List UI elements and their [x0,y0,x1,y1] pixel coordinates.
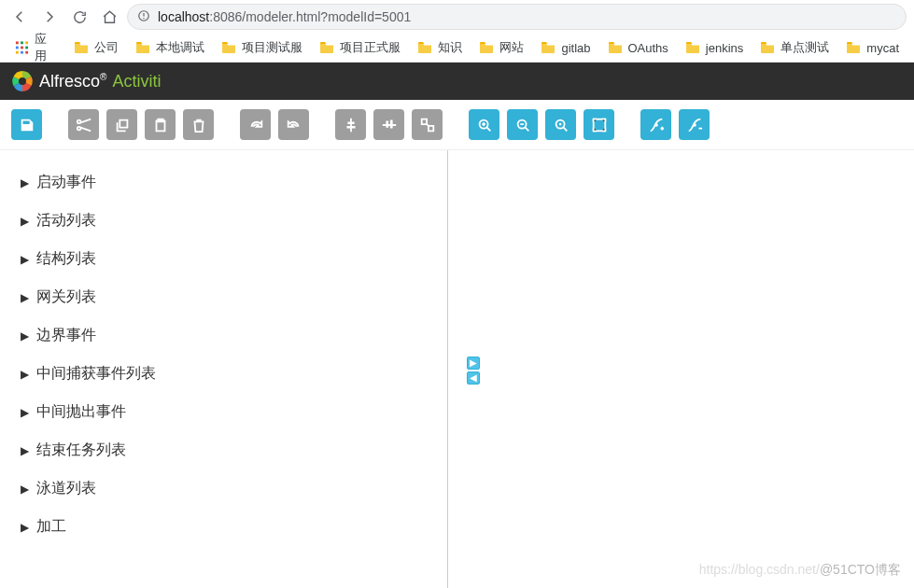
svg-rect-11 [25,51,28,54]
zoom-reset-button[interactable] [545,109,576,140]
caret-right-icon: ▶ [21,329,29,343]
back-button[interactable] [7,5,32,29]
caret-right-icon: ▶ [21,368,29,381]
bookmark-item-9[interactable]: 单点测试 [760,39,829,56]
scissors-icon [76,117,92,133]
samesize-icon [419,117,436,133]
bookmark-label: OAuths [628,41,668,55]
zoom-out-button[interactable] [507,109,538,140]
bookmark-item-4[interactable]: 知识 [417,39,462,56]
palette-group-2[interactable]: ▶结构列表 [0,240,447,278]
trash-icon [190,117,207,133]
bendadd-icon [648,117,665,133]
caret-right-icon: ▶ [21,483,29,496]
palette-group-label: 网关列表 [36,287,96,307]
canvas-prev-icon[interactable]: ◀ [467,371,480,385]
same-size-button[interactable] [412,109,443,140]
caret-right-icon: ▶ [21,291,29,304]
editor-toolbar [0,100,914,150]
bookmark-label: 知识 [438,39,462,56]
folder-icon [319,41,334,54]
app-header: Alfresco® Activiti [0,63,914,100]
alfresco-text: Alfresco® [39,72,106,91]
undo-button[interactable] [278,109,309,140]
canvas-next-icon[interactable]: ▶ [467,357,480,370]
bookmark-item-1[interactable]: 本地调试 [135,39,204,56]
bookmark-item-6[interactable]: gitlab [541,39,590,56]
add-bendpoint-button[interactable] [640,109,671,140]
palette-group-6[interactable]: ▶中间抛出事件 [0,393,447,431]
forward-button[interactable] [37,5,62,29]
folder-icon [846,41,861,54]
apps-label: 应用 [35,31,57,64]
save-button[interactable] [11,109,42,140]
address-bar[interactable]: localhost:8086/modeler.html?modelId=5001 [127,4,907,30]
palette-group-label: 中间捕获事件列表 [36,364,156,384]
shape-palette: ▶启动事件▶活动列表▶结构列表▶网关列表▶边界事件▶中间捕获事件列表▶中间抛出事… [0,150,448,588]
watermark-text: https://blog.csdn.net/@51CTO博客 [699,562,901,579]
align-horizontal-button[interactable] [373,109,404,140]
palette-group-label: 结束任务列表 [36,441,126,460]
palette-group-1[interactable]: ▶活动列表 [0,202,447,240]
svg-point-17 [558,122,561,125]
cut-button[interactable] [68,109,99,140]
bookmark-label: gitlab [561,41,590,55]
palette-group-label: 结构列表 [36,249,96,269]
zoom-in-button[interactable] [469,109,499,140]
svg-point-13 [19,77,26,85]
palette-group-8[interactable]: ▶泳道列表 [0,469,447,508]
zoom-fit-button[interactable] [584,109,614,140]
alignv-icon [343,117,359,133]
bookmarks-bar: 应用 公司本地调试项目测试服项目正式服知识网站gitlabOAuthsjenki… [0,34,914,62]
paste-icon [152,117,169,133]
url-text: localhost:8086/modeler.html?modelId=5001 [158,9,411,24]
palette-group-4[interactable]: ▶边界事件 [0,316,447,355]
home-button[interactable] [97,5,121,29]
zoomfit-icon [591,117,608,133]
redo-icon [247,117,264,133]
copy-button[interactable] [106,109,137,140]
palette-group-3[interactable]: ▶网关列表 [0,278,447,316]
redo-button[interactable] [240,109,271,140]
paste-button[interactable] [145,109,176,140]
palette-group-label: 启动事件 [36,173,96,192]
folder-icon [221,41,236,54]
alfresco-logo[interactable]: Alfresco® Activiti [11,70,161,92]
browser-chrome: localhost:8086/modeler.html?modelId=5001… [0,0,914,63]
bookmark-item-7[interactable]: OAuths [608,39,668,56]
svg-rect-3 [16,41,19,44]
folder-icon [608,41,623,54]
bendremove-icon [686,117,703,133]
copy-icon [114,117,131,133]
bookmark-item-10[interactable]: mycat [846,39,899,56]
svg-rect-9 [16,51,19,54]
svg-rect-8 [25,47,28,49]
delete-button[interactable] [183,109,214,140]
caret-right-icon: ▶ [21,253,29,266]
palette-group-label: 中间抛出事件 [36,402,126,422]
bookmark-item-0[interactable]: 公司 [74,39,119,56]
palette-group-0[interactable]: ▶启动事件 [0,163,447,202]
palette-group-5[interactable]: ▶中间捕获事件列表 [0,355,447,393]
palette-group-7[interactable]: ▶结束任务列表 [0,431,447,469]
bookmark-label: 网站 [499,39,524,56]
folder-icon [479,41,494,54]
bookmark-item-5[interactable]: 网站 [479,39,524,56]
bookmark-label: 公司 [94,39,119,56]
svg-rect-18 [593,119,605,131]
palette-group-9[interactable]: ▶加工 [0,508,447,546]
bookmark-item-8[interactable]: jenkins [685,39,743,56]
bookmark-item-2[interactable]: 项目测试服 [221,39,302,56]
bookmark-item-3[interactable]: 项目正式服 [319,39,401,56]
svg-point-2 [143,17,144,18]
editor-canvas[interactable]: ▶ ◀ https://blog.csdn.net/@51CTO博客 [448,150,914,588]
palette-group-label: 泳道列表 [36,479,96,498]
folder-icon [74,41,89,54]
apps-grid-icon [15,40,29,55]
bookmark-label: 本地调试 [156,39,204,56]
align-vertical-button[interactable] [335,109,366,140]
apps-button[interactable]: 应用 [15,31,57,64]
remove-bendpoint-button[interactable] [679,109,710,140]
activiti-text: Activiti [112,72,161,91]
reload-button[interactable] [67,5,91,29]
